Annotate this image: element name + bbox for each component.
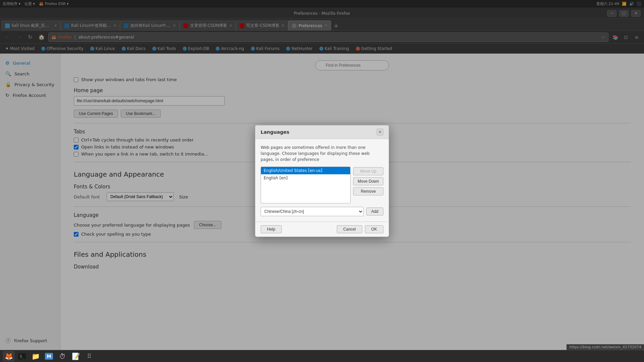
terminal-icon: $_ (18, 353, 26, 359)
ok-button[interactable]: OK (365, 225, 383, 233)
status-bar: https://blog.csdn.net/weixin_41732074 (567, 344, 644, 350)
add-language-select[interactable]: Chinese/China [zh-cn] (261, 207, 364, 216)
cancel-button[interactable]: Cancel (337, 225, 362, 233)
language-list-wrap: English/United States [en-us] English [e… (261, 167, 383, 203)
dialog-footer-left: Help (261, 225, 282, 233)
taskbar-notes[interactable]: 📝 (70, 351, 82, 362)
languages-dialog: Languages ✕ Web pages are sometimes offe… (255, 125, 389, 237)
taskbar-timeshift[interactable]: ⏱ (56, 351, 68, 362)
dialog-description: Web pages are sometimes offered in more … (261, 144, 383, 163)
dialog-close-button[interactable]: ✕ (377, 129, 383, 135)
apps-grid-icon: ⠿ (87, 353, 91, 360)
add-language-row: Chinese/China [zh-cn] Add (261, 207, 383, 216)
move-up-button[interactable]: Move Up (353, 167, 383, 175)
timeshift-icon: ⏱ (59, 352, 66, 360)
dialog-footer-right: Cancel OK (337, 225, 383, 233)
dialog-title: Languages (261, 129, 289, 135)
taskbar-files[interactable]: 📁 (30, 351, 42, 362)
language-list[interactable]: English/United States [en-us] English [e… (261, 167, 351, 203)
taskbar-apps-grid[interactable]: ⠿ (83, 351, 95, 362)
firefox-icon: 🦊 (5, 352, 13, 360)
help-button[interactable]: Help (261, 225, 282, 233)
remove-button[interactable]: Remove (353, 187, 383, 195)
taskbar-marktext[interactable]: M (43, 351, 55, 362)
files-icon: 📁 (32, 352, 40, 360)
taskbar-terminal[interactable]: $_ (16, 351, 28, 362)
language-action-buttons: Move Up Move Down Remove (353, 167, 383, 195)
lang-label-en: English [en] (264, 176, 288, 180)
status-url: https://blog.csdn.net/weixin_41732074 (569, 345, 641, 349)
dialog-footer: Help Cancel OK (255, 222, 389, 237)
taskbar-firefox[interactable]: 🦊 (3, 351, 15, 362)
add-button[interactable]: Add (366, 207, 383, 216)
lang-item-en-us[interactable]: English/United States [en-us] (261, 167, 350, 174)
marktext-icon: M (45, 353, 53, 360)
dialog-overlay: Languages ✕ Web pages are sometimes offe… (0, 0, 644, 362)
taskbar-apps: 🦊 $_ 📁 M ⏱ 📝 ⠿ (3, 351, 95, 362)
taskbar: 🦊 $_ 📁 M ⏱ 📝 ⠿ (0, 350, 644, 362)
notes-icon: 📝 (72, 352, 80, 360)
dialog-titlebar: Languages ✕ (255, 125, 389, 139)
lang-label-en-us: English/United States [en-us] (264, 168, 322, 173)
dialog-body: Web pages are sometimes offered in more … (255, 139, 389, 222)
lang-item-en[interactable]: English [en] (261, 174, 350, 182)
move-down-button[interactable]: Move Down (353, 177, 383, 185)
